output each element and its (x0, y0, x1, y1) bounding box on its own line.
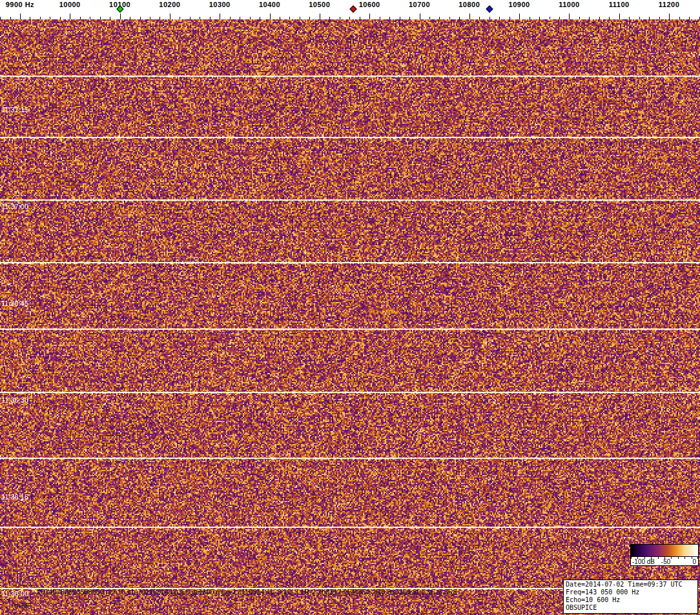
color-scale-legend: -100 dB -50 0 (630, 544, 699, 566)
freq-tick (70, 14, 70, 19)
marker-blue[interactable] (486, 5, 493, 12)
freq-tick-label: 11100 (609, 1, 630, 8)
time-tick-label: 11:37:00 (1, 203, 28, 210)
time-tick-label: 11:36:15 (1, 493, 28, 501)
time-tick-label: 11:36:45 (1, 299, 28, 307)
freq-tick (519, 14, 520, 19)
freq-tick-label: 10400 (259, 1, 280, 8)
freq-tick (270, 14, 271, 19)
colorbar-max-label: 0 (692, 558, 696, 565)
cursor-readout-text: ^t+58 (12, 602, 29, 610)
colorbar-tick (697, 557, 698, 559)
colorbar-tick (651, 557, 652, 559)
freq-tick-label: 10500 (309, 1, 330, 8)
capture-settings-text: 20140702093558060 nch10 nb-70110314 nit3… (37, 588, 457, 596)
waterfall-area: 11:36:0011:36:1511:36:3011:36:4511:37:00… (0, 19, 700, 615)
freq-tick-label: 10800 (458, 1, 480, 8)
freq-tick-label: 10200 (159, 1, 180, 8)
freq-tick (469, 14, 470, 19)
freq-tick (120, 14, 121, 19)
colorbar-tick (671, 557, 672, 559)
info-station-name: OBSUPICE (566, 604, 695, 612)
waterfall-overlays: 11:36:0011:36:1511:36:3011:36:4511:37:00… (0, 19, 700, 615)
colorbar-tick (678, 557, 679, 559)
freq-tick-label: 11200 (659, 1, 679, 8)
colorbar-tick (692, 557, 692, 559)
colorbar-mid-label: -50 (661, 558, 670, 565)
freq-tick (170, 14, 170, 19)
freq-tick (669, 14, 670, 19)
colorbar-min-label: -100 dB (632, 558, 655, 565)
freq-tick (569, 14, 570, 19)
freq-tick-label: 10600 (359, 1, 380, 8)
freq-tick-label: 9900 Hz (6, 1, 34, 8)
frequency-scale[interactable]: 9900 Hz100001010010200103001040010500106… (0, 0, 700, 19)
freq-tick (320, 14, 320, 19)
time-tick-label: 11:36:30 (1, 396, 28, 404)
freq-tick-label: 10700 (409, 1, 430, 8)
colorbar-tick (664, 557, 665, 559)
status-info-box: Date=2014-07-02 Time=09:37 UTC Freq=143 … (563, 580, 698, 614)
freq-tick-label: 10900 (509, 1, 530, 8)
color-gradient-bar (630, 544, 699, 557)
time-tick-label: 11:37:15 (1, 106, 28, 114)
info-echo-frequency: Echo=10 600 Hz (566, 596, 695, 604)
freq-tick-label: 10300 (209, 1, 231, 8)
freq-tick (220, 14, 220, 19)
time-tick-label: 11:36:00 (1, 590, 28, 598)
freq-tick-label: 11000 (559, 1, 579, 8)
colorbar-tick (685, 557, 685, 559)
freq-tick (369, 14, 370, 19)
colorbar-tick (644, 557, 645, 559)
freq-tick (20, 14, 21, 19)
spectrogram-app: 9900 Hz100001010010200103001040010500106… (0, 0, 700, 615)
info-frequency: Freq=143 050 000 Hz (566, 589, 695, 596)
marker-red[interactable] (350, 5, 357, 12)
freq-tick (420, 14, 420, 19)
freq-tick-label: 10000 (59, 1, 81, 8)
freq-tick (619, 14, 620, 19)
colorbar-tick (631, 557, 632, 559)
colorbar-tick (658, 557, 659, 559)
info-date-time: Date=2014-07-02 Time=09:37 UTC (566, 581, 695, 589)
colorbar-tick (637, 557, 638, 559)
color-scale-labels: -100 dB -50 0 (630, 557, 699, 566)
